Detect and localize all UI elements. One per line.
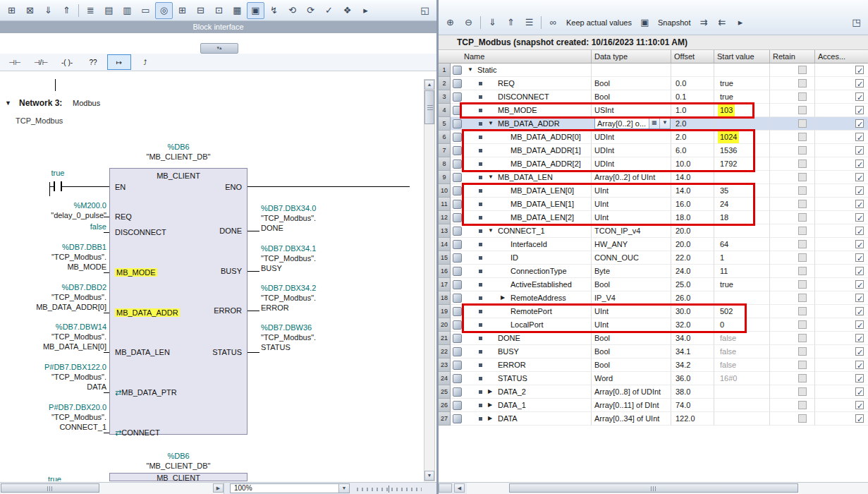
update-block-calls-icon[interactable]: ⟳ bbox=[302, 2, 319, 19]
contact-closed-icon[interactable]: ⊣/⊢ bbox=[29, 54, 53, 70]
block-pin-eno[interactable]: ENO bbox=[225, 183, 242, 191]
retain-checkbox[interactable] bbox=[798, 387, 807, 396]
table-row[interactable]: 13▼CONNECT_1TCON_IP_v420.0 bbox=[439, 224, 868, 238]
instance-db-name[interactable]: "MB_CLIENT_DB" bbox=[109, 152, 247, 161]
table-row[interactable]: 17ActiveEstablishedBool25.0true bbox=[439, 278, 868, 291]
startvalue-cell[interactable] bbox=[714, 412, 770, 426]
table-row[interactable]: 1▼Static bbox=[439, 64, 868, 77]
retain-checkbox[interactable] bbox=[798, 79, 807, 88]
vertical-scroll-thumb[interactable] bbox=[424, 90, 434, 124]
row-number[interactable]: 14 bbox=[439, 238, 451, 251]
operand-right[interactable]: ERROR bbox=[261, 303, 289, 312]
datatype-cell[interactable]: USInt bbox=[592, 104, 671, 117]
start-value[interactable]: true bbox=[718, 77, 735, 90]
contact-operand-2[interactable]: true bbox=[48, 475, 61, 481]
variable-name[interactable]: DISCONNECT bbox=[498, 90, 549, 103]
name-cell[interactable]: ConnectionType bbox=[451, 265, 592, 278]
table-row[interactable]: 7MB_DATA_ADDR[1]UDInt6.01536 bbox=[439, 144, 868, 157]
name-cell[interactable]: ▼CONNECT_1 bbox=[451, 224, 592, 238]
insert-row-icon[interactable]: ▤ bbox=[100, 2, 118, 19]
table-row[interactable]: 10MB_DATA_LEN[0]UInt14.035 bbox=[439, 184, 868, 198]
operand-right[interactable]: BUSY bbox=[261, 264, 282, 272]
retain-checkbox[interactable] bbox=[798, 200, 807, 208]
datatype-cell[interactable]: HW_ANY bbox=[592, 238, 671, 251]
name-cell[interactable]: InterfaceId bbox=[451, 238, 592, 251]
column-header-datatype[interactable]: Data type bbox=[592, 50, 671, 64]
variable-name[interactable]: RemoteAddress bbox=[511, 291, 566, 304]
favorites-remove-icon[interactable]: ⊟ bbox=[192, 2, 209, 19]
startvalue-cell[interactable]: 1 bbox=[714, 251, 770, 265]
row-number[interactable]: 3 bbox=[439, 90, 451, 104]
variable-name[interactable]: RemotePort bbox=[511, 305, 552, 318]
startvalue-cell[interactable] bbox=[714, 171, 770, 184]
variable-name[interactable]: InterfaceId bbox=[511, 238, 547, 251]
startvalue-cell[interactable]: 35 bbox=[714, 184, 770, 198]
startvalue-cell[interactable]: true bbox=[714, 90, 770, 104]
empty-box-icon[interactable]: ?? bbox=[81, 54, 105, 70]
operand-left[interactable]: DATA bbox=[87, 382, 106, 391]
variable-name[interactable]: Static bbox=[477, 64, 497, 76]
snap-to-grid-icon[interactable]: ▦ bbox=[228, 2, 246, 19]
startvalue-cell[interactable]: 1792 bbox=[714, 157, 770, 171]
name-cell[interactable]: ▼MB_DATA_ADDR bbox=[451, 117, 592, 131]
operand-left[interactable]: CONNECT_1 bbox=[59, 423, 106, 431]
operand-left[interactable]: "TCP_Modbus". bbox=[51, 332, 106, 341]
name-cell[interactable]: ▶DATA bbox=[451, 412, 592, 426]
editor-vertical-scrollbar[interactable]: ▲ ▼ bbox=[424, 79, 435, 481]
accessible-checkbox[interactable] bbox=[855, 414, 864, 423]
editor-horizontal-scrollbar[interactable]: ▶ bbox=[0, 483, 224, 494]
expand-toggle-icon[interactable]: ▼ bbox=[488, 224, 498, 237]
operand-left[interactable]: "TCP_Modbus". bbox=[51, 373, 106, 381]
start-value[interactable]: false bbox=[718, 345, 738, 358]
operand-right[interactable]: %DB7.DBX34.2 bbox=[261, 284, 316, 292]
block-pin-req[interactable]: REQ bbox=[115, 212, 132, 221]
row-number[interactable]: 23 bbox=[439, 359, 451, 372]
upload-start-values-icon[interactable]: ⇑ bbox=[502, 14, 520, 31]
start-value[interactable]: 1536 bbox=[718, 144, 739, 157]
accessible-checkbox[interactable] bbox=[855, 253, 864, 262]
retain-checkbox[interactable] bbox=[798, 414, 807, 423]
operand-right[interactable]: "TCP_Modbus". bbox=[261, 254, 316, 263]
datatype-cell[interactable]: Array[0..8] of UDInt bbox=[592, 385, 671, 399]
name-cell[interactable]: DONE bbox=[451, 332, 592, 345]
datatype-cell[interactable]: UInt bbox=[592, 198, 671, 211]
accessible-checkbox[interactable] bbox=[855, 240, 864, 248]
mb-client-block-2[interactable]: MB_CLIENT bbox=[109, 473, 247, 481]
row-number[interactable]: 22 bbox=[439, 345, 451, 359]
startvalue-cell[interactable]: 18 bbox=[714, 211, 770, 224]
start-value[interactable]: 35 bbox=[718, 184, 731, 197]
column-header-retain[interactable]: Retain bbox=[770, 50, 815, 64]
expand-toggle-icon[interactable]: ▶ bbox=[488, 399, 498, 411]
accessible-checkbox[interactable] bbox=[855, 159, 864, 168]
status-monitor-icon[interactable]: ❖ bbox=[338, 2, 356, 19]
table-row[interactable]: 14InterfaceIdHW_ANY20.064 bbox=[439, 238, 868, 251]
accessible-checkbox[interactable] bbox=[855, 280, 864, 289]
accessible-checkbox[interactable] bbox=[855, 146, 864, 155]
datatype-cell[interactable]: Bool bbox=[592, 90, 671, 104]
datatype-cell[interactable]: Array[0..34] of UInt bbox=[592, 412, 671, 426]
datatype-cell[interactable]: CONN_OUC bbox=[592, 251, 671, 265]
retain-checkbox[interactable] bbox=[798, 334, 807, 342]
row-number[interactable]: 9 bbox=[439, 171, 451, 184]
variable-name[interactable]: LocalPort bbox=[511, 318, 543, 331]
variable-name[interactable]: MB_DATA_LEN[2] bbox=[511, 211, 574, 224]
load-start-values-as-actual-icon[interactable]: ⇇ bbox=[713, 14, 731, 31]
zoom-select[interactable]: 100% ▼ bbox=[230, 483, 350, 493]
close-all-networks-icon[interactable]: ⇑ bbox=[58, 2, 75, 19]
variable-name[interactable]: MB_DATA_ADDR[1] bbox=[511, 144, 581, 157]
name-cell[interactable]: MB_DATA_ADDR[0] bbox=[451, 131, 592, 144]
mb-client-block[interactable]: MB_CLIENT ENREQDISCONNECTMB_MODEMB_DATA_… bbox=[109, 168, 247, 435]
consistency-check-icon[interactable]: ✓ bbox=[320, 2, 338, 19]
startvalue-cell[interactable]: 1024 bbox=[714, 131, 770, 144]
startvalue-cell[interactable]: false bbox=[714, 345, 770, 359]
start-value[interactable]: 18 bbox=[718, 211, 731, 224]
retain-checkbox[interactable] bbox=[798, 66, 807, 74]
variable-name[interactable]: MB_DATA_ADDR bbox=[498, 117, 560, 130]
variable-name[interactable]: DATA_1 bbox=[498, 399, 526, 411]
operand-right[interactable]: %DB7.DBX34.0 bbox=[261, 204, 316, 212]
block-pin-disconnect[interactable]: DISCONNECT bbox=[115, 228, 166, 236]
operand-left[interactable]: P#DB7.DBX122.0 bbox=[44, 363, 106, 371]
row-number[interactable]: 4 bbox=[439, 104, 451, 117]
call-structure-icon[interactable]: ⟲ bbox=[283, 2, 301, 19]
startvalue-cell[interactable]: 16#0 bbox=[714, 372, 770, 385]
